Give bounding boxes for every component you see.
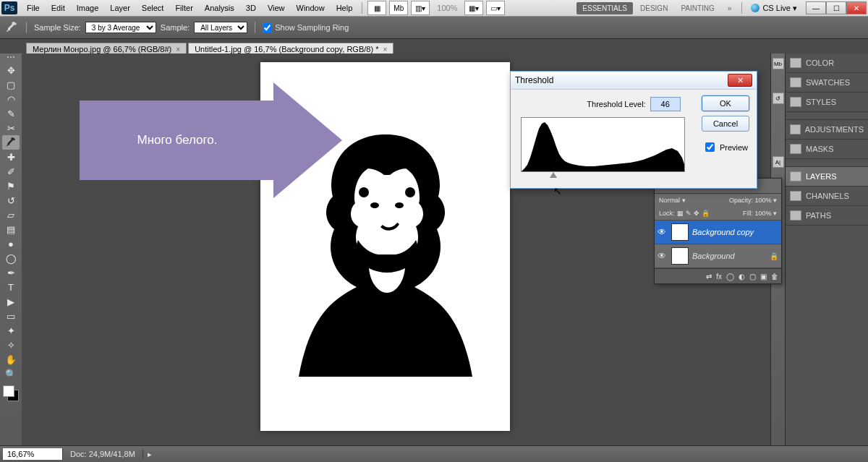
type-tool[interactable]: T xyxy=(2,280,20,294)
arrange-docs-icon[interactable]: ▦▾ xyxy=(464,1,483,15)
layer-thumbnail[interactable] xyxy=(671,223,689,241)
lasso-tool[interactable]: ◠ xyxy=(2,92,20,106)
menu-window[interactable]: Window xyxy=(292,1,330,14)
workspace-essentials[interactable]: ESSENTIALS xyxy=(576,2,633,14)
pen-tool[interactable]: ✒ xyxy=(2,265,20,280)
threshold-level-input[interactable] xyxy=(650,97,681,111)
screen-mode-icon[interactable]: ▭▾ xyxy=(486,1,505,15)
history-brush-tool[interactable]: ↺ xyxy=(2,193,20,208)
doc-info[interactable]: Doc: 24,9M/41,8M xyxy=(63,450,143,458)
stamp-tool[interactable]: ⚑ xyxy=(2,179,20,193)
sample-layers-select[interactable]: All Layers xyxy=(194,22,247,33)
visibility-icon[interactable]: 👁 xyxy=(658,251,668,261)
fx-icon[interactable]: fx xyxy=(716,273,722,281)
doc-info-arrow-icon[interactable]: ▸ xyxy=(143,450,156,459)
sample-size-select[interactable]: 3 by 3 Average xyxy=(85,22,156,33)
panel-layers[interactable]: LAYERS xyxy=(786,167,868,187)
adjustment-icon[interactable]: ◐ xyxy=(739,273,745,281)
workspace-more[interactable]: » xyxy=(722,2,738,14)
blur-tool[interactable]: ● xyxy=(2,236,20,251)
panel-swatches[interactable]: SWATCHES xyxy=(786,73,868,93)
lock-all-icon[interactable]: 🔒 xyxy=(702,210,710,217)
zoom-field[interactable]: 16,67% xyxy=(3,448,63,460)
new-layer-icon[interactable]: ▣ xyxy=(760,273,767,281)
healing-tool[interactable]: ✚ xyxy=(2,150,20,164)
move-tool[interactable]: ✥ xyxy=(2,63,20,77)
menu-edit[interactable]: Edit xyxy=(46,1,70,14)
group-icon[interactable]: ▢ xyxy=(749,273,756,281)
menu-file[interactable]: File xyxy=(22,1,45,14)
menu-select[interactable]: Select xyxy=(137,1,169,14)
panel-color[interactable]: COLOR xyxy=(786,54,868,73)
layer-row[interactable]: 👁 Background 🔒 xyxy=(655,244,781,268)
layer-row[interactable]: 👁 Background copy xyxy=(655,221,781,244)
launch-minibridge-icon[interactable]: Mb xyxy=(389,1,408,15)
menu-analysis[interactable]: Analysis xyxy=(200,1,239,14)
menu-3d[interactable]: 3D xyxy=(241,1,261,14)
minimize-button[interactable]: — xyxy=(806,1,826,14)
cs-live-button[interactable]: CS Live ▾ xyxy=(746,4,801,13)
strip-history-icon[interactable]: ↺ xyxy=(773,93,784,104)
strip-minibridge-icon[interactable]: Mb xyxy=(773,58,784,69)
brush-tool[interactable]: ✐ xyxy=(2,164,20,179)
menu-help[interactable]: Help xyxy=(331,1,358,14)
menu-layer[interactable]: Layer xyxy=(105,1,135,14)
zoom-tool[interactable]: 🔍 xyxy=(2,367,20,381)
tab-close-icon[interactable]: × xyxy=(176,46,180,54)
blend-mode-select[interactable]: Normal ▾ xyxy=(659,197,686,204)
strip-character-icon[interactable]: A| xyxy=(773,156,784,168)
workspace-design[interactable]: DESIGN xyxy=(634,2,673,14)
panel-handle-icon[interactable] xyxy=(2,56,20,61)
3d-camera-tool[interactable]: ✧ xyxy=(2,338,20,352)
fill-control[interactable]: Fill: 100% ▾ xyxy=(743,210,777,217)
zoom-level[interactable]: 100% xyxy=(432,1,462,14)
eyedropper-tool[interactable] xyxy=(2,135,20,150)
menu-view[interactable]: View xyxy=(263,1,290,14)
panel-masks[interactable]: MASKS xyxy=(786,140,868,159)
mask-icon[interactable]: ◯ xyxy=(726,273,734,281)
panel-styles[interactable]: STYLES xyxy=(786,93,868,112)
panel-adjustments[interactable]: ADJUSTMENTS xyxy=(786,120,868,140)
close-button[interactable]: ✕ xyxy=(846,1,867,14)
show-ring-checkbox[interactable] xyxy=(263,23,272,33)
launch-bridge-icon[interactable]: ▦ xyxy=(367,1,386,15)
dialog-close-button[interactable]: ✕ xyxy=(728,74,752,87)
foreground-color-swatch[interactable] xyxy=(3,385,14,397)
quick-select-tool[interactable]: ✎ xyxy=(2,106,20,121)
panel-channels[interactable]: CHANNELS xyxy=(786,187,868,206)
lock-pixels-icon[interactable]: ✎ xyxy=(686,210,692,217)
eraser-tool[interactable]: ▱ xyxy=(2,208,20,222)
visibility-icon[interactable]: 👁 xyxy=(658,227,668,237)
shape-tool[interactable]: ▭ xyxy=(2,309,20,323)
show-sampling-ring-check[interactable]: Show Sampling Ring xyxy=(263,23,349,33)
crop-tool[interactable]: ✂ xyxy=(2,121,20,135)
gradient-tool[interactable]: ▤ xyxy=(2,222,20,236)
marquee-tool[interactable]: ▢ xyxy=(2,77,20,92)
workspace-painting[interactable]: PAINTING xyxy=(675,2,720,14)
layer-thumbnail[interactable] xyxy=(671,247,689,265)
lock-transparency-icon[interactable]: ▦ xyxy=(677,210,684,217)
view-extras-icon[interactable]: ▥▾ xyxy=(411,1,430,15)
preview-check[interactable] xyxy=(705,142,715,152)
lock-position-icon[interactable]: ✥ xyxy=(694,210,699,217)
tab-close-icon[interactable]: × xyxy=(383,46,387,54)
slider-handle-icon[interactable] xyxy=(550,172,557,178)
color-swatches[interactable] xyxy=(3,385,19,401)
trash-icon[interactable]: 🗑 xyxy=(771,273,778,281)
threshold-slider[interactable] xyxy=(521,172,684,181)
cancel-button[interactable]: Cancel xyxy=(702,116,749,132)
layer-name[interactable]: Background xyxy=(692,252,735,260)
menu-image[interactable]: Image xyxy=(72,1,104,14)
hand-tool[interactable]: ✋ xyxy=(2,352,20,367)
preview-checkbox[interactable]: Preview xyxy=(702,140,748,154)
path-select-tool[interactable]: ▶ xyxy=(2,294,20,309)
opacity-control[interactable]: Opacity: 100% ▾ xyxy=(729,197,777,204)
3d-tool[interactable]: ✦ xyxy=(2,323,20,338)
panel-paths[interactable]: PATHS xyxy=(786,206,868,226)
link-layers-icon[interactable]: ⇄ xyxy=(706,273,712,281)
dialog-titlebar[interactable]: Threshold ✕ xyxy=(511,72,757,90)
dodge-tool[interactable]: ◯ xyxy=(2,251,20,265)
menu-filter[interactable]: Filter xyxy=(170,1,197,14)
maximize-button[interactable]: ☐ xyxy=(826,1,846,14)
ok-button[interactable]: OK xyxy=(702,95,749,111)
